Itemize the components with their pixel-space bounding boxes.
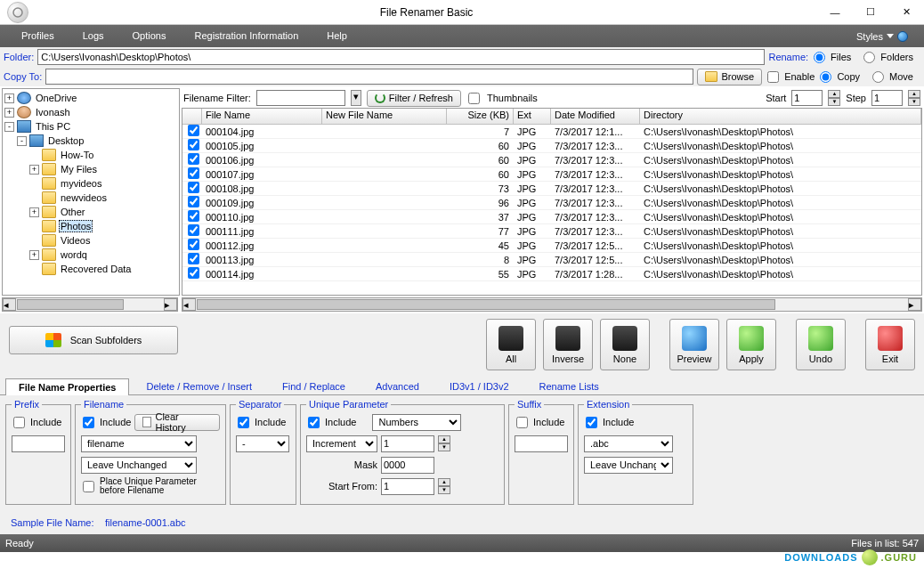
- start-input[interactable]: [791, 90, 823, 106]
- table-row[interactable]: 000107.jpg60JPG7/3/2017 12:3...C:\Users\…: [182, 167, 921, 182]
- scan-subfolders-button[interactable]: Scan Subfolders: [9, 326, 178, 354]
- separator-select[interactable]: -: [236, 435, 289, 452]
- unique-mask-input[interactable]: [381, 457, 434, 474]
- tree-node[interactable]: Videos: [4, 233, 177, 248]
- col-filename[interactable]: File Name: [202, 109, 322, 124]
- close-button[interactable]: ✕: [888, 0, 924, 25]
- tree-node[interactable]: -This PC: [4, 119, 177, 134]
- menu-profiles[interactable]: Profiles: [7, 25, 69, 47]
- tree-node[interactable]: -Desktop: [4, 134, 177, 148]
- menu-options[interactable]: Options: [118, 25, 181, 47]
- unique-include-checkbox[interactable]: [308, 417, 320, 428]
- tree-node[interactable]: newvideos: [4, 191, 177, 205]
- tab-filename-properties[interactable]: File Name Properties: [5, 378, 129, 395]
- filter-dropdown-button[interactable]: ▾: [351, 90, 361, 106]
- start-spinner[interactable]: ▲▼: [828, 90, 840, 106]
- select-all-button[interactable]: All: [486, 319, 536, 370]
- table-row[interactable]: 000114.jpg55JPG7/3/2017 1:28...C:\Users\…: [182, 267, 921, 281]
- tree-node[interactable]: +wordq: [4, 248, 177, 262]
- table-row[interactable]: 000112.jpg45JPG7/3/2017 12:5...C:\Users\…: [182, 239, 921, 253]
- tree-hscroll[interactable]: ◂▸: [2, 297, 178, 312]
- tree-node[interactable]: +OneDrive: [4, 91, 177, 105]
- enable-checkbox[interactable]: [767, 71, 779, 83]
- row-checkbox[interactable]: [188, 125, 199, 136]
- col-newfilename[interactable]: New File Name: [322, 109, 447, 124]
- step-input[interactable]: [871, 90, 903, 106]
- row-checkbox[interactable]: [188, 239, 199, 250]
- col-directory[interactable]: Directory: [640, 109, 921, 124]
- file-grid[interactable]: File Name New File Name Size (KB) Ext Da…: [182, 108, 922, 296]
- expand-toggle[interactable]: -: [17, 136, 27, 146]
- tab-rename-lists[interactable]: Rename Lists: [526, 378, 612, 394]
- browse-button[interactable]: Browse: [697, 69, 762, 85]
- table-row[interactable]: 000104.jpg7JPG7/3/2017 12:1...C:\Users\I…: [182, 125, 921, 139]
- expand-toggle[interactable]: +: [4, 93, 14, 103]
- tree-node[interactable]: myvideos: [4, 176, 177, 191]
- row-checkbox[interactable]: [188, 139, 199, 150]
- tab-find-replace[interactable]: Find / Replace: [269, 378, 359, 394]
- col-ext[interactable]: Ext: [514, 109, 551, 124]
- tree-node[interactable]: How-To: [4, 148, 177, 162]
- suffix-include-checkbox[interactable]: [516, 417, 528, 428]
- filename-value-select[interactable]: filename: [81, 435, 197, 452]
- row-checkbox[interactable]: [188, 253, 199, 264]
- row-checkbox[interactable]: [188, 167, 199, 179]
- tab-delete-remove-insert[interactable]: Delete / Remove / Insert: [133, 378, 265, 394]
- select-none-button[interactable]: None: [600, 319, 650, 370]
- place-unique-checkbox[interactable]: [83, 481, 94, 492]
- row-checkbox[interactable]: [188, 196, 199, 207]
- row-checkbox[interactable]: [188, 182, 199, 193]
- unique-start-input[interactable]: [381, 478, 434, 495]
- table-row[interactable]: 000109.jpg96JPG7/3/2017 12:3...C:\Users\…: [182, 196, 921, 210]
- row-checkbox[interactable]: [188, 210, 199, 222]
- unique-type-select[interactable]: Numbers: [372, 414, 461, 431]
- step-spinner[interactable]: ▲▼: [908, 90, 920, 106]
- col-check[interactable]: [182, 109, 202, 124]
- undo-button[interactable]: Undo: [796, 319, 846, 370]
- move-radio[interactable]: [872, 71, 884, 83]
- unique-mode-value[interactable]: [381, 435, 434, 452]
- tree-node[interactable]: +Ivonash: [4, 105, 177, 119]
- expand-toggle[interactable]: +: [29, 250, 39, 260]
- select-inverse-button[interactable]: Inverse: [543, 319, 593, 370]
- exit-button[interactable]: Exit: [865, 319, 915, 370]
- menu-logs[interactable]: Logs: [69, 25, 118, 47]
- minimize-button[interactable]: —: [817, 0, 853, 25]
- tab-id3[interactable]: ID3v1 / ID3v2: [436, 378, 523, 394]
- table-row[interactable]: 000111.jpg77JPG7/3/2017 12:3...C:\Users\…: [182, 224, 921, 239]
- table-row[interactable]: 000113.jpg8JPG7/3/2017 12:5...C:\Users\I…: [182, 253, 921, 267]
- rename-files-radio[interactable]: [814, 52, 825, 63]
- table-row[interactable]: 000105.jpg60JPG7/3/2017 12:3...C:\Users\…: [182, 139, 921, 153]
- row-checkbox[interactable]: [188, 267, 199, 279]
- help-icon[interactable]: [897, 31, 908, 42]
- filename-case-select[interactable]: Leave Unchanged: [81, 457, 197, 474]
- tree-node[interactable]: +My Files: [4, 162, 177, 176]
- tree-node[interactable]: Photos: [4, 219, 177, 233]
- styles-dropdown[interactable]: Styles: [847, 31, 917, 42]
- extension-include-checkbox[interactable]: [586, 417, 597, 428]
- grid-hscroll[interactable]: ◂▸: [182, 297, 922, 312]
- prefix-input[interactable]: [12, 435, 65, 452]
- unique-mode-spinner[interactable]: ▲▼: [438, 435, 450, 451]
- maximize-button[interactable]: ☐: [853, 0, 888, 25]
- table-row[interactable]: 000108.jpg73JPG7/3/2017 12:3...C:\Users\…: [182, 182, 921, 196]
- table-row[interactable]: 000110.jpg37JPG7/3/2017 12:3...C:\Users\…: [182, 210, 921, 224]
- filter-input[interactable]: [256, 90, 345, 106]
- row-checkbox[interactable]: [188, 224, 199, 236]
- unique-mode-select[interactable]: Increment: [306, 435, 377, 452]
- thumbnails-checkbox[interactable]: [468, 93, 480, 104]
- filename-include-checkbox[interactable]: [83, 417, 94, 428]
- extension-value-select[interactable]: .abc: [584, 435, 673, 452]
- col-date[interactable]: Date Modified: [551, 109, 640, 124]
- prefix-include-checkbox[interactable]: [13, 417, 25, 428]
- col-size[interactable]: Size (KB): [447, 109, 514, 124]
- expand-toggle[interactable]: +: [29, 165, 39, 175]
- menu-help[interactable]: Help: [312, 25, 361, 47]
- folder-path-input[interactable]: [37, 49, 765, 65]
- expand-toggle[interactable]: +: [29, 207, 39, 217]
- apply-button[interactable]: Apply: [726, 319, 776, 370]
- tree-node[interactable]: Recovered Data: [4, 262, 177, 276]
- expand-toggle[interactable]: -: [4, 122, 14, 132]
- clear-history-button[interactable]: Clear History: [134, 414, 220, 431]
- menu-registration[interactable]: Registration Information: [180, 25, 312, 47]
